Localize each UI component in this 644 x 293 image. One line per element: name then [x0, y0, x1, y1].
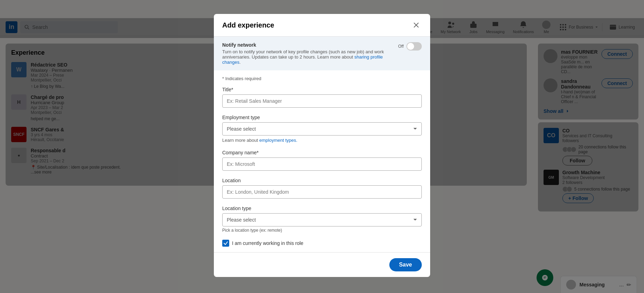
- currently-working-label: I am currently working in this role: [232, 240, 304, 246]
- location-type-select[interactable]: Please select On-site Hybrid Remote: [222, 213, 422, 226]
- notify-desc: Turn on to notify your network of key pr…: [222, 49, 398, 65]
- location-group: Location: [222, 178, 422, 199]
- title-field-group: Title*: [222, 87, 422, 108]
- learn-more-text: Learn more about employment types.: [222, 138, 422, 143]
- notify-text: Notify network Turn on to notify your ne…: [222, 42, 398, 65]
- location-type-label: Location type: [222, 206, 422, 211]
- title-input[interactable]: [222, 94, 422, 108]
- modal-overlay: Add experience Notify network Turn on to…: [0, 0, 644, 293]
- toggle-off-label: Off: [398, 44, 404, 49]
- modal-header: Add experience: [214, 14, 430, 37]
- location-input[interactable]: [222, 185, 422, 199]
- checkmark-icon: [223, 241, 228, 246]
- notify-banner: Notify network Turn on to notify your ne…: [214, 37, 430, 70]
- title-label: Title*: [222, 87, 422, 92]
- add-experience-modal: Add experience Notify network Turn on to…: [214, 14, 430, 277]
- required-note: * Indicates required: [222, 76, 422, 81]
- currently-working-checkbox[interactable]: [222, 240, 229, 247]
- employment-type-group: Employment type Please select Full-time …: [222, 115, 422, 143]
- company-name-group: Company name*: [222, 150, 422, 171]
- employment-types-link[interactable]: employment types.: [259, 138, 297, 143]
- employment-type-label: Employment type: [222, 115, 422, 120]
- currently-working-row: I am currently working in this role: [222, 240, 422, 247]
- modal-title: Add experience: [222, 21, 274, 29]
- company-name-label: Company name*: [222, 150, 422, 155]
- company-name-input[interactable]: [222, 157, 422, 171]
- close-icon: [413, 22, 420, 29]
- location-type-group: Location type Please select On-site Hybr…: [222, 206, 422, 233]
- location-label: Location: [222, 178, 422, 183]
- location-hint: Pick a location type (ex: remote): [222, 228, 422, 233]
- modal-close-button[interactable]: [411, 20, 422, 31]
- toggle-slider: [406, 42, 422, 51]
- modal-body: * Indicates required Title* Employment t…: [214, 70, 430, 252]
- notify-title: Notify network: [222, 42, 398, 48]
- toggle-container: Off: [398, 42, 422, 51]
- save-button[interactable]: Save: [389, 258, 422, 271]
- learn-more-prefix: Learn more about: [222, 138, 259, 143]
- employment-type-select[interactable]: Please select Full-time Part-time Self-e…: [222, 122, 422, 136]
- notify-toggle[interactable]: [406, 42, 422, 51]
- modal-footer: Save: [214, 252, 430, 277]
